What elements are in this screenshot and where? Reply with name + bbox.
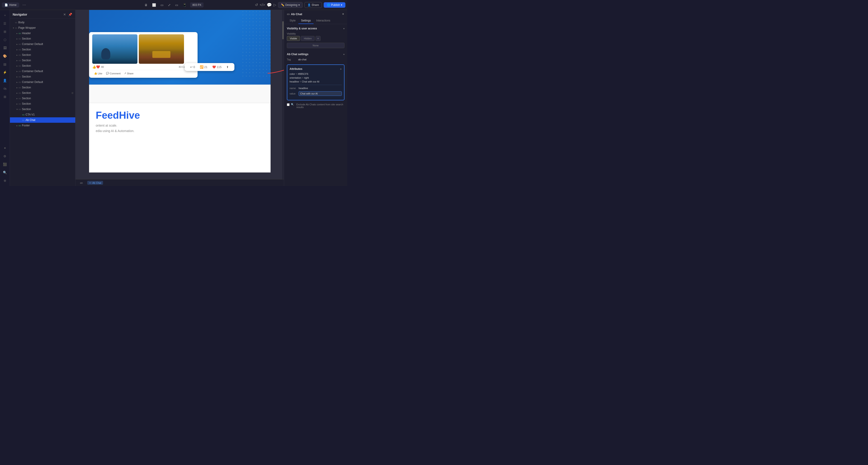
- play-icon[interactable]: ▷: [274, 3, 276, 7]
- settings-button[interactable]: ⚙: [1, 153, 8, 160]
- cms-button[interactable]: ⊞: [1, 93, 8, 100]
- visibility-section-header: Visibility & user access ▾: [287, 27, 344, 30]
- desktop-icon[interactable]: 🖥: [144, 2, 149, 8]
- header-icon: ▭: [19, 32, 21, 35]
- canvas-scrollbar[interactable]: [282, 10, 284, 179]
- tree-item-section-expanded[interactable]: ▾ ▭ Section: [10, 106, 75, 112]
- more-options-button[interactable]: ⋯: [21, 1, 28, 8]
- breadcrumb-ab-chat-label: Ab Chat: [92, 182, 101, 184]
- tree-item-section8[interactable]: ▸ ▭ Section ⊘: [10, 90, 75, 96]
- ecommerce-button[interactable]: 🛍: [1, 85, 8, 92]
- like-label: Like: [98, 72, 102, 75]
- tab-style[interactable]: Style: [287, 18, 298, 24]
- tablet-icon[interactable]: ▭: [160, 2, 164, 8]
- apps-button[interactable]: ✦: [1, 145, 8, 152]
- attributes-add-button[interactable]: +: [340, 67, 342, 71]
- tree-item-section3[interactable]: ▸ ▭ Section: [10, 52, 75, 58]
- pencil-icon: ✏️: [281, 3, 284, 6]
- panel-title-text: Ab Chat: [291, 12, 302, 16]
- feedhive-sub2: edia using AI & Automation.: [96, 128, 264, 134]
- like-button[interactable]: 👍 Like: [92, 71, 104, 75]
- panel-star-icon[interactable]: ✦: [342, 12, 344, 16]
- footer-icon: ▭: [19, 124, 21, 127]
- tree-item-section5[interactable]: ▸ ▭ Section: [10, 63, 75, 68]
- tablet-landscape-icon[interactable]: ⬜: [151, 2, 157, 8]
- tree-item-section10[interactable]: ▸ ▭ Section: [10, 101, 75, 106]
- undo-icon[interactable]: ↺: [255, 3, 258, 7]
- tree-item-page-wrapper[interactable]: ▾ ▭ Page Wrapper: [10, 25, 75, 31]
- grid-button[interactable]: ⊞: [1, 28, 8, 35]
- comment-icon[interactable]: 💬: [267, 2, 272, 7]
- hidden-button[interactable]: Hidden: [301, 36, 315, 41]
- close-navigator-button[interactable]: ✕: [63, 12, 66, 17]
- share-card-button[interactable]: ↗ Share: [122, 71, 135, 75]
- tree-item-ab-chat[interactable]: ▭ Ab Chat: [10, 117, 75, 123]
- tree-item-section4[interactable]: ▸ ▭ Section: [10, 58, 75, 63]
- value-label: value: [289, 92, 299, 95]
- share-button[interactable]: 👤 Share: [305, 2, 322, 8]
- components-button[interactable]: ⬡: [1, 36, 8, 43]
- ab-chat-settings-collapse-icon[interactable]: ▾: [343, 53, 344, 56]
- search-button[interactable]: 🔍: [1, 169, 8, 176]
- tab-settings[interactable]: Settings: [298, 18, 313, 24]
- tab-interactions[interactable]: Interactions: [313, 18, 333, 24]
- share-label: Share: [312, 3, 319, 6]
- comment-label: Comment: [110, 72, 121, 75]
- visible-button[interactable]: Visible: [287, 36, 300, 41]
- tree-item-section1[interactable]: ▸ ▭ Section: [10, 36, 75, 41]
- canvas-bottom-bar: on ▭ Ab Chat: [75, 179, 284, 186]
- tree-item-container2[interactable]: ▸ ▭ Container Default: [10, 68, 75, 74]
- tree-item-container1[interactable]: ▸ ▭ Container Default: [10, 41, 75, 47]
- breadcrumb-on[interactable]: on: [78, 181, 85, 185]
- attr-row-headline: headline = Chat with our AI: [289, 80, 342, 83]
- tree-item-section2[interactable]: ▸ ▭ Section: [10, 47, 75, 52]
- scrollbar-thumb[interactable]: [282, 21, 284, 39]
- page-wrapper-icon: ▭: [15, 26, 17, 29]
- assets-button[interactable]: 🖼: [1, 44, 8, 52]
- likes-count: ❤️ 115: [212, 65, 221, 69]
- px-display: 803 PX: [190, 2, 204, 7]
- tree-item-section6[interactable]: ▸ ▭ Section: [10, 74, 75, 79]
- layers-button[interactable]: ☰: [1, 20, 8, 27]
- mobile-icon[interactable]: 📱: [182, 2, 187, 8]
- tree-item-footer[interactable]: ▸ ▭ Footer: [10, 123, 75, 128]
- tree-item-body[interactable]: ▭ Body: [10, 20, 75, 25]
- help-button[interactable]: ⊕: [1, 177, 8, 184]
- color-button[interactable]: 🎨: [1, 53, 8, 60]
- alert-button[interactable]: ⬛: [1, 161, 8, 168]
- tree-item-section7[interactable]: ▸ ▭ Section: [10, 85, 75, 90]
- value-row: value: [289, 91, 342, 96]
- section1-icon: ▭: [19, 37, 21, 40]
- tree-item-cta-v1[interactable]: ▭ CTA V1: [10, 112, 75, 117]
- tree-item-container3[interactable]: ▸ ▭ Container Default: [10, 79, 75, 85]
- tree-item-section9[interactable]: ▸ ▭ Section: [10, 96, 75, 101]
- panel-ab-icon: ▭: [287, 12, 289, 16]
- right-panel-title-row: ▭ Ab Chat ✦: [287, 12, 344, 16]
- visibility-collapse-icon[interactable]: ▾: [343, 27, 344, 30]
- home-tab[interactable]: 📄 Home: [2, 2, 19, 7]
- mode-button[interactable]: ✏️ Designing ▾: [278, 2, 303, 8]
- visibility-buttons: Visible Hidden +: [287, 36, 344, 41]
- users-button[interactable]: 👤: [1, 77, 8, 84]
- share-twitter-icon: ⬆: [226, 65, 229, 69]
- section6-icon: ▭: [19, 75, 21, 78]
- none-button[interactable]: None: [287, 43, 344, 48]
- breadcrumb-ab-chat[interactable]: ▭ Ab Chat: [87, 181, 103, 185]
- exclude-checkbox[interactable]: [287, 103, 289, 106]
- add-element-button[interactable]: ＋: [1, 12, 8, 19]
- comment-button[interactable]: 💬 Comment: [104, 71, 123, 75]
- tree-item-header[interactable]: ▸ ▭ Header: [10, 31, 75, 36]
- sections-button[interactable]: ▤: [1, 61, 8, 68]
- pin-navigator-button[interactable]: 📌: [68, 12, 72, 17]
- visibility-plus-button[interactable]: +: [315, 36, 320, 41]
- expand-icon[interactable]: ⤢: [167, 2, 172, 8]
- visibility-row: Visibility Visible Hidden +: [287, 32, 344, 41]
- publish-button[interactable]: 🌐 Publish ▾: [324, 2, 345, 8]
- value-input[interactable]: [299, 91, 342, 96]
- interactions-button[interactable]: ⚡: [1, 69, 8, 76]
- code-icon[interactable]: </>: [260, 3, 265, 7]
- desktop-wide-icon[interactable]: ▭: [174, 2, 179, 8]
- twitter-card: ↩ 0 🔁 21 ❤️ 115 ⬆: [185, 63, 235, 71]
- page-icon: 📄: [4, 3, 8, 6]
- section8-extra: ⊘: [71, 92, 73, 94]
